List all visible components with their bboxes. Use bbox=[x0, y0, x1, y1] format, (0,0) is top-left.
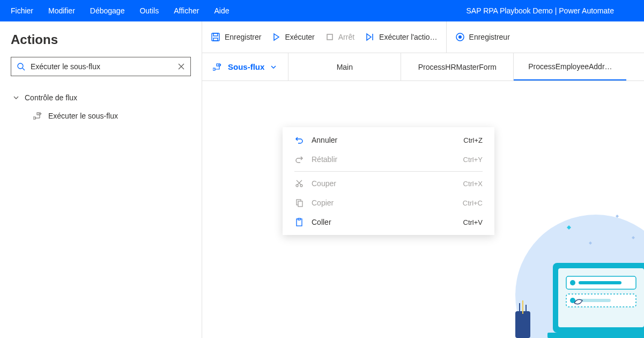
menu-help[interactable]: Aide bbox=[208, 2, 235, 19]
save-label: Enregistrer bbox=[225, 33, 261, 41]
play-icon bbox=[272, 33, 280, 41]
ctx-cut: Couper Ctrl+X bbox=[283, 174, 494, 193]
svg-line-1 bbox=[23, 68, 25, 70]
toolbar-group-left: Enregistrer Exécuter Arrêt bbox=[202, 21, 447, 53]
menu-view[interactable]: Afficher bbox=[167, 2, 205, 19]
tab-processemployeeaddr[interactable]: ProcessEmployeeAddr… bbox=[514, 53, 626, 80]
svg-rect-25 bbox=[558, 268, 644, 327]
svg-point-30 bbox=[570, 298, 575, 303]
svg-point-23 bbox=[515, 215, 644, 338]
ctx-paste-shortcut: Ctrl+V bbox=[463, 218, 483, 226]
illustration bbox=[499, 199, 644, 338]
svg-rect-28 bbox=[579, 281, 621, 284]
category-flow-control[interactable]: Contrôle de flux bbox=[11, 90, 191, 105]
menu-debug[interactable]: Débogage bbox=[84, 2, 131, 19]
toolbar-group-right: Enregistreur bbox=[447, 21, 519, 53]
svg-rect-7 bbox=[213, 33, 218, 36]
svg-rect-32 bbox=[547, 333, 644, 338]
search-box[interactable] bbox=[11, 57, 191, 76]
svg-rect-9 bbox=[327, 34, 332, 40]
record-icon bbox=[455, 32, 465, 42]
svg-point-27 bbox=[570, 280, 575, 285]
content-area: Enregistrer Exécuter Arrêt bbox=[202, 21, 644, 338]
menubar: Fichier Modifier Débogage Outils Affiche… bbox=[0, 0, 644, 21]
cut-icon bbox=[294, 179, 304, 188]
window-title: SAP RPA Playbook Demo | Power Automate bbox=[467, 6, 614, 15]
ctx-cut-label: Couper bbox=[312, 179, 456, 188]
main-area: Actions Contrôle de flux Exécuter le sou… bbox=[0, 21, 644, 338]
undo-icon bbox=[294, 136, 304, 144]
tabbar: Sous-flux Main ProcessHRMasterForm Proce… bbox=[202, 53, 644, 81]
clear-search-icon[interactable] bbox=[177, 63, 185, 70]
svg-rect-33 bbox=[515, 311, 530, 338]
action-run-subflow[interactable]: Exécuter le sous-flux bbox=[11, 108, 191, 123]
stop-button: Arrêt bbox=[325, 33, 354, 41]
svg-point-15 bbox=[296, 185, 298, 187]
run-label: Exécuter bbox=[285, 33, 314, 41]
svg-rect-31 bbox=[579, 299, 611, 302]
subflow-dropdown[interactable]: Sous-flux bbox=[202, 53, 288, 80]
actions-panel: Actions Contrôle de flux Exécuter le sou… bbox=[0, 21, 202, 338]
actions-title: Actions bbox=[11, 32, 191, 47]
tab-processhrmasterform[interactable]: ProcessHRMasterForm bbox=[401, 53, 514, 80]
search-input[interactable] bbox=[31, 62, 177, 71]
ctx-redo-shortcut: Ctrl+Y bbox=[463, 156, 483, 164]
svg-rect-24 bbox=[553, 263, 644, 333]
save-button[interactable]: Enregistrer bbox=[211, 32, 261, 42]
ctx-redo-label: Rétablir bbox=[312, 155, 456, 164]
ctx-copy-label: Copier bbox=[312, 199, 455, 207]
stop-label: Arrêt bbox=[338, 33, 354, 41]
category-label: Contrôle de flux bbox=[25, 93, 77, 102]
play-next-icon bbox=[365, 33, 375, 41]
ctx-copy-shortcut: Ctrl+C bbox=[463, 199, 483, 207]
ctx-paste-label: Coller bbox=[312, 218, 456, 226]
svg-point-12 bbox=[458, 35, 462, 39]
ctx-copy: Copier Ctrl+C bbox=[283, 193, 494, 212]
run-action-button[interactable]: Exécuter l'actio… bbox=[365, 33, 438, 41]
ctx-undo[interactable]: Annuler Ctrl+Z bbox=[283, 130, 494, 150]
ctx-cut-shortcut: Ctrl+X bbox=[463, 180, 483, 188]
subflow-label: Sous-flux bbox=[228, 62, 264, 71]
copy-icon bbox=[294, 199, 304, 207]
toolbar: Enregistrer Exécuter Arrêt bbox=[202, 21, 644, 53]
canvas[interactable]: Annuler Ctrl+Z Rétablir Ctrl+Y Couper bbox=[202, 81, 644, 338]
chevron-down-icon bbox=[270, 63, 277, 71]
action-label: Exécuter le sous-flux bbox=[48, 112, 118, 120]
svg-rect-13 bbox=[213, 68, 215, 70]
subflow-icon bbox=[213, 63, 223, 71]
menu-edit[interactable]: Modifier bbox=[42, 2, 82, 19]
context-menu: Annuler Ctrl+Z Rétablir Ctrl+Y Couper bbox=[283, 127, 494, 235]
redo-icon bbox=[294, 155, 304, 164]
svg-rect-4 bbox=[33, 117, 35, 119]
tab-main[interactable]: Main bbox=[288, 53, 401, 80]
run-action-label: Exécuter l'actio… bbox=[379, 33, 438, 41]
paste-icon bbox=[294, 218, 304, 226]
svg-rect-14 bbox=[217, 64, 219, 66]
ctx-undo-shortcut: Ctrl+Z bbox=[463, 136, 483, 144]
svg-rect-29 bbox=[566, 294, 636, 307]
subflow-icon bbox=[33, 112, 43, 120]
menubar-left: Fichier Modifier Débogage Outils Affiche… bbox=[4, 2, 235, 19]
recorder-label: Enregistreur bbox=[469, 33, 510, 41]
ctx-redo: Rétablir Ctrl+Y bbox=[283, 150, 494, 169]
svg-point-0 bbox=[18, 63, 23, 69]
ctx-paste[interactable]: Coller Ctrl+V bbox=[283, 212, 494, 232]
svg-rect-26 bbox=[566, 276, 636, 289]
ctx-separator bbox=[294, 171, 483, 172]
menu-tools[interactable]: Outils bbox=[133, 2, 165, 19]
svg-point-16 bbox=[300, 185, 302, 187]
run-button[interactable]: Exécuter bbox=[272, 33, 314, 41]
svg-rect-5 bbox=[37, 113, 39, 115]
save-icon bbox=[211, 32, 220, 42]
svg-rect-20 bbox=[298, 201, 302, 207]
recorder-button[interactable]: Enregistreur bbox=[455, 32, 510, 42]
stop-icon bbox=[325, 33, 334, 41]
svg-rect-8 bbox=[213, 38, 218, 41]
ctx-undo-label: Annuler bbox=[312, 136, 456, 144]
svg-rect-6 bbox=[212, 33, 219, 41]
search-icon bbox=[17, 62, 25, 71]
menu-file[interactable]: Fichier bbox=[4, 2, 40, 19]
svg-rect-22 bbox=[298, 218, 300, 220]
chevron-down-icon bbox=[13, 94, 19, 101]
